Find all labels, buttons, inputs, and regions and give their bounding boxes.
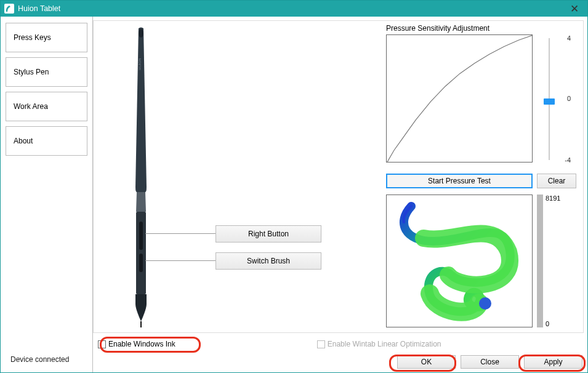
sidebar-item-label: Press Keys xyxy=(14,33,51,42)
slider-thumb[interactable] xyxy=(544,98,555,105)
slider-max-label: 4 xyxy=(567,34,571,42)
svg-text:HUION: HUION xyxy=(138,58,142,70)
button-label: Right Button xyxy=(248,230,289,238)
pressure-sensitivity-slider[interactable]: 4 0 -4 xyxy=(540,34,567,164)
svg-point-6 xyxy=(479,297,491,310)
button-label: Apply xyxy=(544,358,562,366)
svg-point-0 xyxy=(139,29,143,38)
footer: Enable Windows Ink Enable Wintab Linear … xyxy=(93,335,587,372)
close-icon[interactable]: ✕ xyxy=(565,1,584,17)
device-status: Device connected xyxy=(4,355,89,369)
sidebar-item-stylus-pen[interactable]: Stylus Pen xyxy=(6,57,87,87)
slider-min-label: -4 xyxy=(565,156,571,164)
main-panel: HUION Right Button Switch Brush Pressure… xyxy=(93,20,584,333)
sidebar-item-about[interactable]: About xyxy=(6,126,87,156)
upper-pen-button-assignment[interactable]: Right Button xyxy=(215,225,321,243)
checkbox-label: Enable Windows Ink xyxy=(108,340,175,348)
button-label: Start Pressure Test xyxy=(428,177,491,185)
pressure-sensitivity-label: Pressure Sensitivity Adjustment xyxy=(386,24,489,33)
connector-line xyxy=(145,233,215,234)
pressure-test-canvas[interactable] xyxy=(386,195,533,327)
sidebar-item-label: About xyxy=(14,137,33,145)
svg-rect-4 xyxy=(139,254,143,272)
start-pressure-test-button[interactable]: Start Pressure Test xyxy=(386,174,533,188)
enable-wintab-checkbox[interactable]: Enable Wintab Linear Optimization xyxy=(317,340,441,348)
sidebar-item-label: Stylus Pen xyxy=(14,68,49,76)
ok-button[interactable]: OK xyxy=(397,355,456,369)
button-label: Close xyxy=(480,358,499,366)
lower-pen-button-assignment[interactable]: Switch Brush xyxy=(215,252,321,270)
apply-button[interactable]: Apply xyxy=(524,355,582,369)
checkbox-icon xyxy=(317,340,325,348)
pressure-value-bar: 8191 0 xyxy=(537,195,555,327)
checkbox-icon xyxy=(98,340,106,348)
button-label: Switch Brush xyxy=(247,257,290,265)
svg-rect-5 xyxy=(140,321,142,327)
slider-mid-label: 0 xyxy=(567,95,571,102)
checkbox-label: Enable Wintab Linear Optimization xyxy=(328,340,441,348)
sidebar-item-press-keys[interactable]: Press Keys xyxy=(6,23,87,52)
app-logo-icon xyxy=(4,4,14,14)
svg-rect-3 xyxy=(139,222,143,250)
pressure-curve-chart[interactable] xyxy=(386,34,533,162)
pressure-bar-max: 8191 xyxy=(546,195,560,202)
button-label: OK xyxy=(421,358,432,366)
stylus-pen-image: HUION xyxy=(118,27,164,327)
sidebar-item-work-area[interactable]: Work Area xyxy=(6,92,87,121)
button-label: Clear xyxy=(548,177,566,185)
connector-line xyxy=(145,260,215,261)
window-title: Huion Tablet xyxy=(18,4,565,13)
clear-button[interactable]: Clear xyxy=(537,174,576,188)
close-button[interactable]: Close xyxy=(461,355,519,369)
pressure-bar-min: 0 xyxy=(546,320,549,327)
enable-windows-ink-checkbox[interactable]: Enable Windows Ink xyxy=(98,340,175,348)
sidebar-item-label: Work Area xyxy=(14,102,48,111)
